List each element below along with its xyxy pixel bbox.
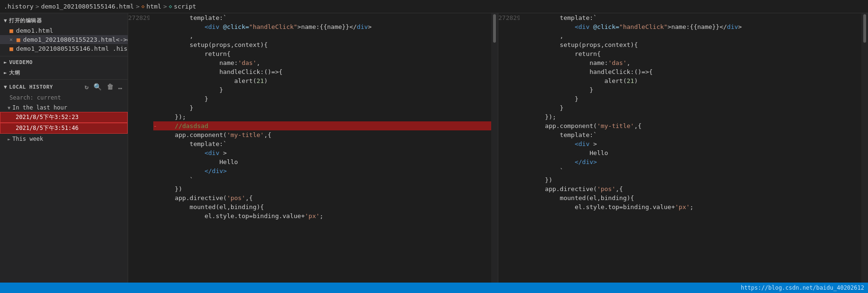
- diff-spacer: [523, 139, 530, 148]
- diff-spacer: [523, 121, 530, 130]
- breadcrumb-html[interactable]: html: [147, 3, 161, 10]
- history-group-last-hour: ▼ In the last hour 2021/8/5下午3:52:23 202…: [0, 102, 128, 135]
- diff-spacer: [153, 13, 160, 22]
- sidebar-file-demo1[interactable]: ■ demo1.html: [0, 26, 128, 35]
- left-editor-content[interactable]: 2728293031323334353637383940414243444546…: [128, 13, 498, 283]
- outline-group[interactable]: ► 大纲: [0, 67, 128, 78]
- code-line-7: alert(21): [153, 76, 491, 85]
- trash-icon[interactable]: 🗑: [105, 82, 115, 91]
- diff-spacer: [153, 40, 160, 49]
- code-line-15: <div >: [153, 148, 491, 157]
- code-line-1: <div @click="handleClick">name:{{name}}<…: [153, 22, 491, 31]
- code-segment: app.component(: [530, 121, 597, 130]
- breadcrumb-sep3: >: [163, 3, 167, 10]
- code-segment: ,: [530, 31, 563, 40]
- diff-spacer: [153, 202, 160, 211]
- right-editor-content[interactable]: 2728293031323334353637383940414243444546…: [498, 13, 868, 283]
- diff-spacer: [153, 31, 160, 40]
- code-line-7: alert(21): [523, 76, 861, 85]
- breadcrumb-history[interactable]: .history: [4, 3, 34, 10]
- code-line-10: }: [523, 103, 861, 112]
- code-segment: //dasdsad: [160, 121, 208, 130]
- diff-spacer: [523, 148, 530, 157]
- last-hour-title[interactable]: ▼ In the last hour: [0, 103, 128, 112]
- line-num-0: 27: [128, 14, 136, 21]
- divider2: [0, 79, 128, 80]
- code-segment: el.style.top=binding.value+: [530, 202, 675, 211]
- diff-spacer: [523, 49, 530, 58]
- code-line-4: return{: [153, 49, 491, 58]
- code-segment: 21: [257, 76, 264, 85]
- code-line-16: Hello: [153, 157, 491, 166]
- code-segment: });: [530, 112, 556, 121]
- code-line-20: mounted(el,binding){: [523, 193, 861, 202]
- right-scrollbar-thumb[interactable]: [863, 14, 866, 43]
- file-icon: ■: [9, 45, 13, 52]
- code-segment: ;: [690, 202, 694, 211]
- code-segment: return{: [530, 49, 601, 58]
- code-segment: >: [368, 22, 372, 31]
- diff-spacer: [523, 76, 530, 85]
- history-item-1[interactable]: 2021/8/5下午3:51:46: [0, 123, 128, 134]
- line-num-1: 28: [136, 14, 143, 21]
- status-url[interactable]: https://blog.csdn.net/baidu_40202612: [741, 284, 864, 291]
- line-num-2: 29: [513, 14, 520, 21]
- code-segment: )=>{: [638, 67, 653, 76]
- code-segment: name:: [530, 58, 608, 67]
- line-num-0: 27: [498, 14, 506, 21]
- code-segment: template:`: [530, 13, 597, 22]
- code-segment: `: [160, 175, 193, 184]
- diff-spacer: [153, 175, 160, 184]
- vuedemo-group[interactable]: ► VUEDEMO: [0, 57, 128, 67]
- more-icon[interactable]: …: [117, 82, 124, 91]
- code-segment: >: [589, 139, 597, 148]
- code-segment: }): [160, 184, 182, 193]
- code-segment: div: [357, 22, 368, 31]
- diff-spacer: [153, 22, 160, 31]
- right-editor-pane: 2728293031323334353637383940414243444546…: [498, 13, 868, 283]
- code-segment: alert(: [530, 76, 627, 85]
- code-segment: 21: [627, 76, 635, 85]
- diff-spacer: [523, 157, 530, 166]
- diff-spacer: [523, 193, 530, 202]
- code-line-22: el.style.top=binding.value+'px';: [153, 211, 491, 220]
- code-segment: 'px': [675, 202, 690, 211]
- code-segment: el.style.top=binding.value+: [160, 211, 305, 220]
- code-segment: ,{: [634, 121, 642, 130]
- search-icon[interactable]: 🔍: [92, 82, 103, 91]
- refresh-icon[interactable]: ↻: [83, 82, 90, 91]
- left-scrollbar-thumb[interactable]: [493, 14, 496, 43]
- local-history-chevron[interactable]: ▼: [4, 84, 7, 90]
- code-segment: </div>: [575, 157, 597, 166]
- file-icon: ■: [17, 36, 20, 43]
- sidebar-file-demo1-hist[interactable]: ■ demo1_20210805155146.html .hist...: [0, 44, 128, 53]
- history-item-0[interactable]: 2021/8/5下午3:52:23: [0, 112, 128, 123]
- code-segment: }: [160, 85, 223, 94]
- diff-spacer: [153, 211, 160, 220]
- code-line-19: app.directive('pos',{: [523, 184, 861, 193]
- right-scrollbar[interactable]: [861, 13, 868, 283]
- code-line-13: template:`: [523, 130, 861, 139]
- code-segment: ,{: [264, 130, 271, 139]
- code-segment: @click=: [589, 22, 619, 31]
- sidebar-file-demo1-compare[interactable]: ✕ ■ demo1_20210805155223.html<->d...: [0, 35, 128, 44]
- this-week-group[interactable]: ► This week: [0, 135, 128, 143]
- left-scrollbar[interactable]: [491, 13, 498, 283]
- code-segment: }: [160, 94, 208, 103]
- code-line-21: el.style.top=binding.value+'px';: [523, 202, 861, 211]
- code-line-15: Hello: [523, 148, 861, 157]
- code-line-3: setup(props,context){: [523, 40, 861, 49]
- code-segment: template:`: [160, 13, 227, 22]
- diff-spacer: [153, 148, 160, 157]
- code-line-9: }: [153, 94, 491, 103]
- open-editors-title[interactable]: ▼ 打开的编辑器: [0, 15, 128, 26]
- code-segment: ): [264, 76, 268, 85]
- breadcrumb-file[interactable]: demo1_20210805155146.html: [41, 3, 134, 10]
- code-segment: [530, 157, 575, 166]
- diff-spacer: [153, 94, 160, 103]
- close-icon[interactable]: ✕: [9, 37, 13, 43]
- code-segment: <div: [575, 22, 589, 31]
- breadcrumb-script[interactable]: script: [174, 3, 196, 10]
- diff-spacer: [153, 130, 160, 139]
- code-segment: [160, 148, 205, 157]
